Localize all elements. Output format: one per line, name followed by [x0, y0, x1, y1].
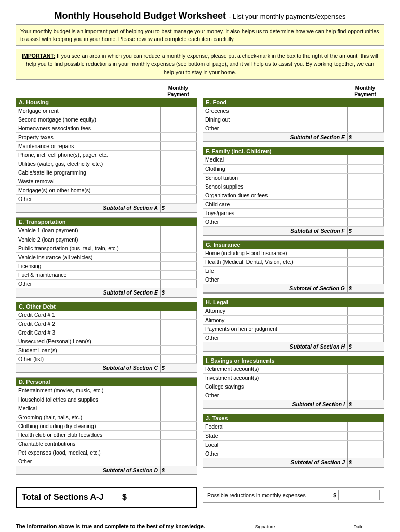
section-housing: A. Housing Mortgage or rent Second mortg…: [16, 98, 197, 214]
table-row: Federal: [203, 422, 384, 431]
table-row: Mortgage or rent: [16, 107, 197, 115]
table-row: Charitable contributions: [16, 439, 197, 448]
table-row: Public transportation (bus, taxi, train,…: [16, 244, 197, 252]
table-row: Phone, incl. cell phone(s), pager, etc.: [16, 151, 197, 159]
truth-statement: The information above is true and comple…: [16, 523, 205, 529]
table-row: Other: [203, 391, 384, 400]
savings-table: Retirement account(s) Investment account…: [203, 365, 384, 409]
table-row: Credit Card # 3: [16, 328, 197, 337]
section-family: F. Family (incl. Children) Medical Cloth…: [203, 147, 384, 236]
section-other-debt: C. Other Debt Credit Card # 1 Credit Car…: [16, 302, 197, 374]
table-row: Other: [203, 217, 384, 226]
table-row: Groceries: [203, 107, 384, 115]
table-row: Fuel & maintenance: [16, 270, 197, 279]
table-row: Life: [203, 267, 384, 275]
table-row: Waste removal: [16, 177, 197, 186]
subtotal-row: Subtotal of Section A $: [16, 204, 197, 212]
table-row: Vehicle 2 (loan payment): [16, 235, 197, 244]
housing-table: Mortgage or rent Second mortgage (home e…: [16, 107, 197, 213]
table-row: Alimony: [203, 315, 384, 324]
table-row: Other (list): [16, 355, 197, 364]
subtotal-row: Subtotal of Section J $: [203, 458, 384, 467]
left-column: MonthlyPayment A. Housing Mortgage or re…: [16, 85, 197, 480]
personal-table: Entertainment (movies, music, etc.) Hous…: [16, 386, 197, 475]
date-line[interactable]: [332, 514, 384, 523]
table-row: Medical: [16, 404, 197, 413]
table-row: Toys/games: [203, 208, 384, 217]
table-row: Credit Card # 1: [16, 311, 197, 320]
table-row: Organization dues or fees: [203, 191, 384, 200]
other-debt-table: Credit Card # 1 Credit Card # 2 Credit C…: [16, 311, 197, 373]
subtotal-row: Subtotal of Section C $: [16, 364, 197, 373]
subtotal-row: Subtotal of Section D $: [16, 466, 197, 474]
table-row: Utilities (water, gas, electricity, etc.…: [16, 159, 197, 168]
important-box: IMPORTANT: If you see an area in which y…: [16, 49, 384, 79]
family-table: Medical Clothing School tuition School s…: [203, 155, 384, 235]
intro-box: Your monthly budget is an important part…: [16, 24, 384, 46]
table-row: Homeowners association fees: [16, 124, 197, 133]
page-title: Monthly Household Budget Worksheet - Lis…: [16, 10, 384, 21]
table-row: Dining out: [203, 115, 384, 124]
table-row: Medical: [203, 155, 384, 164]
table-row: Other: [203, 449, 384, 458]
signature-label: Signature: [255, 524, 275, 529]
date-field: Date: [332, 514, 384, 529]
section-other-debt-header: C. Other Debt: [16, 302, 197, 311]
possible-reductions-box: Possible reductions in monthly expenses …: [203, 487, 384, 503]
table-row: Child care: [203, 200, 384, 208]
table-row: Second mortgage (home equity): [16, 115, 197, 124]
table-row: Investment account(s): [203, 374, 384, 382]
food-table: Groceries Dining out Other Subtotal of S…: [203, 107, 384, 142]
left-col-headers: MonthlyPayment: [16, 85, 197, 98]
subtotal-row: Subtotal of Section E $: [16, 288, 197, 297]
total-left: Total of Sections A-J $: [16, 483, 197, 508]
table-row: Maintenance or repairs: [16, 142, 197, 151]
section-family-header: F. Family (incl. Children): [203, 147, 384, 155]
signature-field: Signature: [218, 514, 312, 529]
section-housing-header: A. Housing: [16, 98, 197, 107]
section-insurance-header: G. Insurance: [203, 241, 384, 249]
section-personal-header: D. Personal: [16, 378, 197, 386]
subtotal-row: Subtotal of Section F $: [203, 226, 384, 235]
table-row: Unsecured (Personal) Loan(s): [16, 337, 197, 346]
possible-reductions-dollar: $: [333, 492, 336, 498]
table-row: Payments on lien or judgment: [203, 324, 384, 333]
section-taxes: J. Taxes Federal State Local Other Subto…: [203, 414, 384, 468]
right-column: MonthlyPayment E. Food Groceries Dining …: [203, 85, 384, 480]
possible-reductions-input[interactable]: [338, 490, 380, 500]
table-row: Other: [203, 333, 384, 342]
section-food-header: E. Food: [203, 98, 384, 107]
taxes-table: Federal State Local Other Subtotal of Se…: [203, 422, 384, 467]
section-legal-header: H. Legal: [203, 298, 384, 307]
table-row: Clothing (including dry cleaning): [16, 421, 197, 430]
possible-reductions-label: Possible reductions in monthly expenses: [207, 492, 331, 498]
section-food: E. Food Groceries Dining out Other Subto…: [203, 98, 384, 143]
subtotal-row: Subtotal of Section G $: [203, 284, 384, 293]
total-label: Total of Sections A-J: [22, 493, 122, 502]
table-row: School tuition: [203, 173, 384, 182]
subtotal-row: Subtotal of Section I $: [203, 400, 384, 409]
section-taxes-header: J. Taxes: [203, 414, 384, 422]
sig-date-area: Signature Date: [210, 514, 384, 529]
section-transportation-header: E. Transportation: [16, 218, 197, 226]
table-row: Student Loan(s): [16, 346, 197, 355]
section-savings-header: I. Savings or Investments: [203, 356, 384, 365]
table-row: Attorney: [203, 307, 384, 315]
signature-area: The information above is true and comple…: [16, 514, 384, 529]
table-row: Property taxes: [16, 133, 197, 142]
subtotal-row: Subtotal of Section H $: [203, 342, 384, 351]
section-legal: H. Legal Attorney Alimony Payments on li…: [203, 298, 384, 352]
table-row: Vehicle 1 (loan payment): [16, 226, 197, 235]
table-row: Licensing: [16, 261, 197, 270]
table-row: State: [203, 431, 384, 440]
table-row: Other: [16, 195, 197, 204]
table-row: College savings: [203, 382, 384, 391]
table-row: Vehicle insurance (all vehicles): [16, 252, 197, 261]
signature-line[interactable]: [218, 514, 312, 523]
table-row: Other: [16, 279, 197, 288]
insurance-table: Home (including Flood Insurance) Health …: [203, 249, 384, 294]
total-input-box[interactable]: [129, 491, 191, 503]
subtotal-row: Subtotal of Section E $: [203, 133, 384, 142]
table-row: Clothing: [203, 164, 384, 173]
table-row: Local: [203, 440, 384, 449]
